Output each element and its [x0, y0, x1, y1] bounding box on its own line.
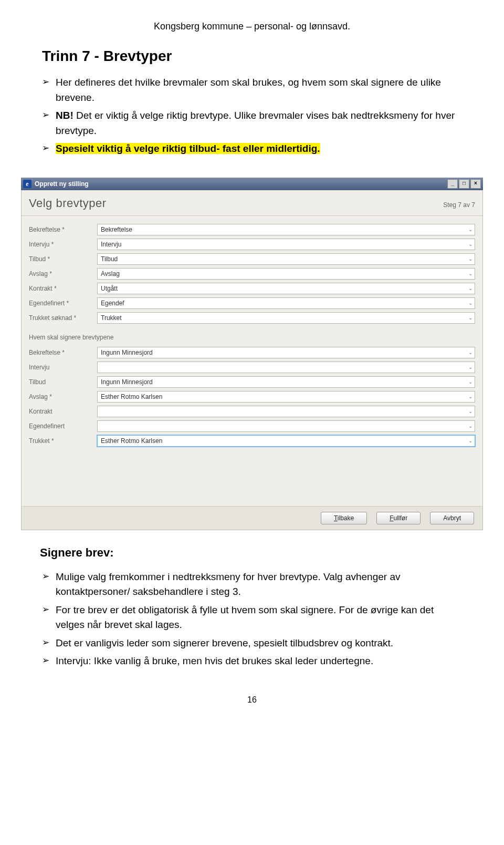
bullet-item: Det er vanligvis leder som signerer brev…	[56, 636, 462, 651]
cancel-button[interactable]: Avbryt	[430, 512, 474, 524]
combo-value: Bekreftelse	[101, 226, 132, 233]
form-label: Avslag *	[29, 270, 97, 277]
form-row: Kontrakt *Utgått⌄	[29, 281, 475, 296]
form-label: Trukket søknad *	[29, 314, 97, 322]
page-number: 16	[42, 695, 462, 705]
combo-select[interactable]: Trukket⌄	[97, 312, 475, 324]
chevron-down-icon: ⌄	[468, 271, 472, 276]
combo-value: Egendef	[101, 300, 124, 307]
window-title: Opprett ny stilling	[35, 180, 89, 188]
doc-header: Kongsberg kommune – personal- og lønnsav…	[42, 21, 462, 32]
combo-value: Ingunn Minnesjord	[101, 378, 153, 386]
subheading-signere: Signere brev:	[40, 546, 462, 560]
form-label: Tilbud *	[29, 255, 97, 263]
combo-select[interactable]: ⌄	[97, 420, 475, 432]
form-label: Intervju	[29, 364, 97, 371]
chevron-down-icon: ⌄	[468, 394, 472, 399]
combo-value: Ingunn Minnesjord	[101, 349, 153, 356]
form-label: Egendefinert *	[29, 300, 97, 307]
bullet-item: Intervju: Ikke vanlig å bruke, men hvis …	[56, 654, 462, 669]
section-signer-title: Hvem skal signere brevtypene	[29, 325, 475, 345]
nb-label: NB!	[56, 110, 74, 121]
chevron-down-icon: ⌄	[468, 408, 472, 414]
panel-title: Velg brevtyper	[29, 197, 107, 210]
bullet-item-highlight: Spesielt viktig å velge riktig tilbud- f…	[56, 141, 462, 157]
chevron-down-icon: ⌄	[468, 315, 472, 321]
form-label: Trukket *	[29, 437, 97, 445]
heading-trinn7: Trinn 7 - Brevtyper	[42, 48, 462, 65]
bullet-item: For tre brev er det obligatorisk å fylle…	[56, 603, 462, 633]
form-row: Trukket *Esther Rotmo Karlsen⌄	[29, 434, 475, 448]
form-row: Intervju⌄	[29, 360, 475, 375]
minimize-button[interactable]: _	[447, 179, 458, 189]
finish-button[interactable]: Fullfør	[376, 512, 421, 524]
form-row: Tilbud *Tilbud⌄	[29, 252, 475, 266]
window-titlebar: e Opprett ny stilling _ □ ×	[21, 178, 483, 190]
chevron-down-icon: ⌄	[468, 300, 472, 306]
combo-select[interactable]: Utgått⌄	[97, 283, 475, 294]
combo-value: Trukket	[101, 314, 122, 322]
form-label: Avslag *	[29, 393, 97, 400]
nb-text: Det er viktig å velge riktig brevtype. U…	[56, 110, 455, 136]
bullet-item: Mulige valg fremkommer i nedtrekksmeny f…	[56, 570, 462, 600]
chevron-down-icon: ⌄	[468, 349, 472, 355]
combo-select[interactable]: Esther Rotmo Karlsen⌄	[97, 391, 475, 403]
form-row: Egendefinert *Egendef⌄	[29, 296, 475, 311]
dialog-screenshot: e Opprett ny stilling _ □ × Velg brevtyp…	[21, 178, 483, 530]
combo-value: Esther Rotmo Karlsen	[101, 437, 162, 445]
combo-value: Avslag	[101, 270, 120, 277]
combo-select[interactable]: Ingunn Minnesjord⌄	[97, 376, 475, 388]
form-row: Kontrakt⌄	[29, 404, 475, 419]
intro-bullets: Her defineres det hvilke brevmaler som s…	[42, 75, 462, 157]
chevron-down-icon: ⌄	[468, 241, 472, 247]
combo-select[interactable]: Ingunn Minnesjord⌄	[97, 347, 475, 358]
combo-value: Esther Rotmo Karlsen	[101, 393, 162, 400]
bullet-item-nb: NB! Det er viktig å velge riktig brevtyp…	[56, 108, 462, 138]
app-icon: e	[23, 180, 32, 188]
after-bullets: Mulige valg fremkommer i nedtrekksmeny f…	[42, 570, 462, 669]
combo-select[interactable]: Egendef⌄	[97, 297, 475, 309]
close-button[interactable]: ×	[470, 179, 481, 189]
chevron-down-icon: ⌄	[468, 379, 472, 385]
combo-select[interactable]: ⌄	[97, 406, 475, 417]
chevron-down-icon: ⌄	[468, 438, 472, 444]
chevron-down-icon: ⌄	[468, 285, 472, 291]
form-label: Intervju *	[29, 241, 97, 248]
chevron-down-icon: ⌄	[468, 364, 472, 370]
form-label: Egendefinert	[29, 422, 97, 430]
form-row: Trukket søknad *Trukket⌄	[29, 311, 475, 325]
combo-value: Intervju	[101, 241, 121, 248]
form-row: Avslag *Avslag⌄	[29, 266, 475, 281]
chevron-down-icon: ⌄	[468, 423, 472, 429]
combo-select[interactable]: Avslag⌄	[97, 268, 475, 280]
combo-select[interactable]: Tilbud⌄	[97, 253, 475, 265]
form-row: Avslag *Esther Rotmo Karlsen⌄	[29, 389, 475, 404]
combo-value: Tilbud	[101, 255, 118, 263]
form-label: Bekreftelse *	[29, 349, 97, 356]
combo-select[interactable]: Bekreftelse⌄	[97, 224, 475, 235]
form-row: TilbudIngunn Minnesjord⌄	[29, 375, 475, 389]
form-row: Egendefinert⌄	[29, 419, 475, 434]
chevron-down-icon: ⌄	[468, 226, 472, 232]
form-label: Kontrakt *	[29, 285, 97, 292]
combo-select[interactable]: ⌄	[97, 362, 475, 373]
form-label: Tilbud	[29, 378, 97, 386]
form-row: Bekreftelse *Bekreftelse⌄	[29, 222, 475, 237]
combo-select[interactable]: Intervju⌄	[97, 239, 475, 250]
form-row: Bekreftelse *Ingunn Minnesjord⌄	[29, 345, 475, 360]
form-label: Kontrakt	[29, 408, 97, 415]
form-row: Intervju *Intervju⌄	[29, 237, 475, 252]
step-indicator: Steg 7 av 7	[443, 201, 475, 209]
combo-select[interactable]: Esther Rotmo Karlsen⌄	[97, 435, 475, 447]
combo-value: Utgått	[101, 285, 118, 292]
back-button[interactable]: Tilbake	[321, 512, 367, 524]
form-label: Bekreftelse *	[29, 226, 97, 233]
chevron-down-icon: ⌄	[468, 256, 472, 262]
bullet-item: Her defineres det hvilke brevmaler som s…	[56, 75, 462, 105]
highlight-text: Spesielt viktig å velge riktig tilbud- f…	[56, 143, 320, 154]
maximize-button[interactable]: □	[459, 179, 469, 189]
